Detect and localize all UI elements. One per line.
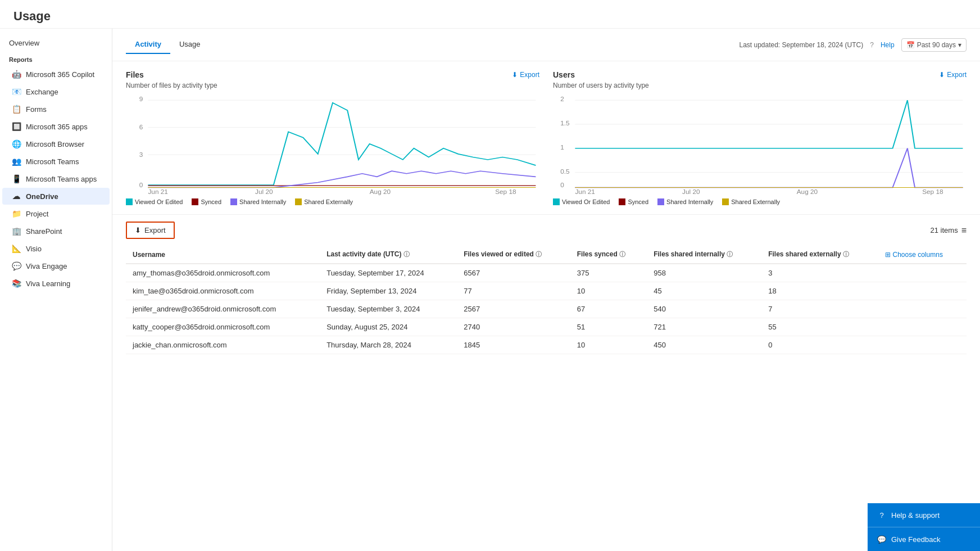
sidebar-item-label-onedrive: OneDrive [26, 192, 58, 201]
table-export-button[interactable]: ⬇ Export [126, 222, 175, 239]
sidebar-item-label-copilot: Microsoft 365 Copilot [26, 70, 94, 79]
sidebar-item-teamsapps[interactable]: 📱Microsoft Teams apps [2, 170, 110, 187]
svg-text:1.5: 1.5 [560, 120, 569, 127]
table-row: katty_cooper@o365droid.onmicrosoft.com S… [126, 318, 967, 336]
sidebar-item-engage[interactable]: 💬Viva Engage [2, 258, 110, 274]
table-scroll: Username Last activity date (UTC) ⓘ File… [126, 246, 967, 354]
items-count: 21 items ≡ [931, 225, 967, 236]
col-files-synced: Files synced ⓘ [570, 246, 647, 264]
help-link[interactable]: Help [881, 41, 895, 49]
cell-files-synced: 51 [570, 318, 647, 336]
users-legend-viewed-or-edited: Viewed Or Edited [553, 198, 610, 205]
col-info-2[interactable]: ⓘ [536, 251, 542, 258]
legend-label: Shared Internally [239, 198, 286, 205]
cell-shared-externally: 7 [761, 300, 878, 318]
col-info-5[interactable]: ⓘ [843, 251, 849, 258]
cell-last-activity: Thursday, March 28, 2024 [320, 336, 457, 354]
last-updated: Last updated: September 18, 2024 (UTC) [739, 41, 863, 49]
cell-files-viewed: 6567 [457, 264, 570, 282]
sidebar-item-learning[interactable]: 📚Viva Learning [2, 275, 110, 292]
cell-username: katty_cooper@o365droid.onmicrosoft.com [126, 318, 320, 336]
cell-files-synced: 375 [570, 264, 647, 282]
sidebar-item-copilot[interactable]: 🤖Microsoft 365 Copilot [2, 66, 110, 83]
help-support-label: Help & support [891, 511, 940, 520]
files-chart-subtitle: Number of files by activity type [126, 82, 539, 89]
col-info-1[interactable]: ⓘ [403, 251, 410, 258]
sidebar-item-label-learning: Viva Learning [26, 279, 70, 288]
tab-activity[interactable]: Activity [126, 35, 170, 54]
svg-text:0: 0 [139, 182, 143, 188]
cell-last-activity: Tuesday, September 3, 2024 [320, 300, 457, 318]
cell-files-viewed: 2740 [457, 318, 570, 336]
svg-text:Sep 18: Sep 18 [922, 189, 943, 195]
col-last-activity: Last activity date (UTC) ⓘ [320, 246, 457, 264]
sidebar-item-onedrive[interactable]: ☁OneDrive [2, 188, 110, 205]
sidebar-item-label-m365apps: Microsoft 365 apps [26, 123, 88, 131]
users-export-button[interactable]: ⬇ Export [939, 71, 967, 79]
learning-icon: 📚 [11, 278, 21, 288]
sidebar-item-label-teamsapps: Microsoft Teams apps [26, 175, 97, 183]
sidebar-item-project[interactable]: 📁Project [2, 205, 110, 222]
users-legend-shared-externally: Shared Externally [722, 198, 780, 205]
browser-icon: 🌐 [11, 139, 21, 149]
files-chart-legend: Viewed Or EditedSyncedShared InternallyS… [126, 198, 539, 205]
cell-shared-internally: 45 [647, 282, 761, 300]
svg-text:0.5: 0.5 [560, 169, 569, 175]
legend-color [126, 198, 133, 205]
table-row: kim_tae@o365droid.onmicrosoft.com Friday… [126, 282, 967, 300]
files-chart: Files ⬇ Export Number of files by activi… [126, 70, 539, 205]
legend-label: Shared Internally [666, 198, 713, 205]
sidebar-item-sharepoint[interactable]: 🏢SharePoint [2, 223, 110, 240]
legend-color [192, 198, 198, 205]
legend-label: Shared Externally [304, 198, 353, 205]
files-legend-viewed-or-edited: Viewed Or Edited [126, 198, 183, 205]
col-files-viewed: Files viewed or edited ⓘ [457, 246, 570, 264]
choose-columns-button[interactable]: ⊞ Choose columns [885, 251, 943, 259]
col-info-4[interactable]: ⓘ [727, 251, 733, 258]
svg-text:9: 9 [139, 96, 143, 102]
col-username: Username [126, 246, 320, 264]
table-controls: ⬇ Export 21 items ≡ [126, 222, 967, 239]
cell-shared-internally: 958 [647, 264, 761, 282]
users-chart-area: 2 1.5 1 0.5 0 Jun 21 Jul 20 [553, 94, 967, 195]
svg-text:2: 2 [560, 96, 564, 102]
sidebar-item-m365apps[interactable]: 🔲Microsoft 365 apps [2, 118, 110, 135]
col-shared-externally: Files shared externally ⓘ [761, 246, 878, 264]
cell-files-viewed: 1845 [457, 336, 570, 354]
col-shared-internally: Files shared internally ⓘ [647, 246, 761, 264]
svg-text:1: 1 [560, 144, 564, 151]
sidebar-item-forms[interactable]: 📋Forms [2, 101, 110, 118]
cell-files-viewed: 2567 [457, 300, 570, 318]
give-feedback-button[interactable]: 💬 Give Feedback [868, 527, 980, 551]
help-support-button[interactable]: ? Help & support [868, 503, 980, 527]
cell-username: jackie_chan.onmicrosoft.com [126, 336, 320, 354]
copilot-icon: 🤖 [11, 69, 21, 79]
legend-label: Synced [201, 198, 221, 205]
files-export-button[interactable]: ⬇ Export [512, 71, 539, 79]
sidebar-item-visio[interactable]: 📐Visio [2, 240, 110, 257]
files-legend-shared-internally: Shared Internally [230, 198, 286, 205]
date-filter[interactable]: 📅 Past 90 days ▾ [901, 38, 967, 52]
users-export-label: Export [947, 71, 967, 79]
svg-text:Aug 20: Aug 20 [797, 189, 818, 195]
svg-text:Sep 18: Sep 18 [495, 189, 516, 195]
legend-color [230, 198, 237, 205]
table-row: amy_thomas@o365droid.onmicrosoft.com Tue… [126, 264, 967, 282]
legend-label: Synced [628, 198, 648, 205]
floating-panel: ? Help & support 💬 Give Feedback [868, 503, 980, 551]
choose-columns-label: Choose columns [893, 251, 943, 259]
cell-username: kim_tae@o365droid.onmicrosoft.com [126, 282, 320, 300]
col-info-3[interactable]: ⓘ [619, 251, 625, 258]
sidebar-item-browser[interactable]: 🌐Microsoft Browser [2, 136, 110, 152]
svg-text:Jul 20: Jul 20 [682, 189, 700, 195]
sidebar-item-teams[interactable]: 👥Microsoft Teams [2, 153, 110, 170]
tabs: ActivityUsage [126, 35, 210, 54]
sidebar-overview[interactable]: Overview [0, 35, 112, 51]
table-row: jackie_chan.onmicrosoft.com Thursday, Ma… [126, 336, 967, 354]
calendar-icon: 📅 [906, 41, 915, 49]
sidebar-item-label-engage: Viva Engage [26, 262, 67, 270]
download-icon-3: ⬇ [135, 226, 141, 234]
tab-usage[interactable]: Usage [170, 35, 210, 54]
project-icon: 📁 [11, 209, 21, 219]
sidebar-item-exchange[interactable]: 📧Exchange [2, 83, 110, 100]
